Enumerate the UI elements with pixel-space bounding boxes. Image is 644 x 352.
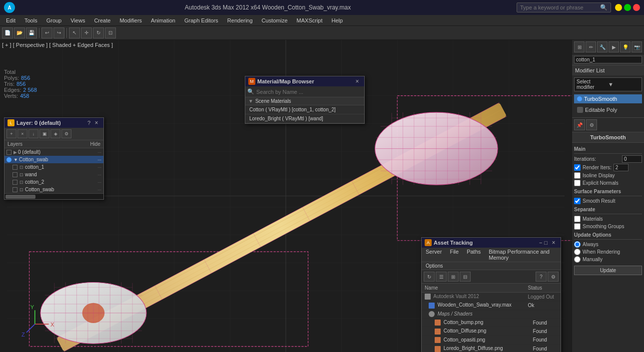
layer-item-cotton1[interactable]: ⊡ cotton_1 ··· — [4, 163, 103, 171]
ts-render-iters-check[interactable] — [574, 164, 581, 171]
at-row-cotton-opasiti[interactable]: Cotton_opasiti.png Found — [422, 336, 561, 344]
layer-item-wand[interactable]: ⊡ wand ··· — [4, 171, 103, 178]
layer-item-cotton-swab-sub[interactable]: ⊡ Cotton_swab ··· — [4, 186, 103, 193]
at-cell-maps-status — [525, 310, 561, 318]
at-btn-tree[interactable]: ⊟ — [460, 272, 471, 282]
ts-always-radio[interactable] — [574, 241, 581, 248]
at-menu-bitmap-perf[interactable]: Bitmap Performance and Memory — [485, 248, 561, 262]
ts-update-button[interactable]: Update — [574, 266, 642, 275]
at-row-cotton-bump[interactable]: Cotton_bump.png Found — [422, 319, 561, 327]
tb-scale[interactable]: ⊡ — [105, 27, 116, 38]
menu-customize[interactable]: Customize — [258, 16, 292, 24]
at-row-max-file[interactable]: Wooden_Cotton_Swab_vray.max Ok — [422, 301, 561, 310]
rt-btn-2[interactable]: ✏ — [586, 41, 596, 52]
ts-materials-check[interactable] — [574, 216, 581, 222]
at-row-maps[interactable]: Maps / Shaders — [422, 310, 561, 318]
layers-close-button[interactable]: × — [92, 119, 100, 126]
tb-save[interactable]: 💾 — [26, 27, 37, 38]
maximize-button[interactable] — [624, 4, 631, 11]
rt-btn-5[interactable]: 💡 — [620, 41, 631, 52]
material-browser-titlebar[interactable]: M Material/Map Browser × — [245, 76, 364, 86]
rt-btn-4[interactable]: ▶ — [609, 41, 619, 52]
material-browser-close[interactable]: × — [353, 78, 361, 85]
layers-delete-btn[interactable]: × — [17, 129, 27, 138]
layer-item-cotton2[interactable]: ⊡ cotton_2 ··· — [4, 178, 103, 186]
modifier-editable-poly[interactable]: Editable Poly — [574, 105, 642, 114]
mat-search-input[interactable] — [256, 89, 362, 95]
at-btn-refresh[interactable]: ↻ — [424, 272, 435, 282]
ts-manually-radio[interactable] — [574, 256, 581, 263]
menu-group[interactable]: Group — [42, 16, 66, 24]
asset-tracking-titlebar[interactable]: A Asset Tracking − □ × — [422, 238, 561, 248]
menu-graph-editors[interactable]: Graph Editors — [180, 16, 222, 24]
layers-scrollbar[interactable] — [4, 193, 103, 199]
rt-btn-1[interactable]: ⊞ — [574, 41, 585, 52]
menu-tools[interactable]: Tools — [20, 16, 41, 24]
asset-tracking-min[interactable]: − — [539, 240, 542, 246]
layer-expand-cotton-swab: ▼ — [13, 157, 18, 162]
object-name-input[interactable] — [574, 56, 642, 63]
layers-select-btn[interactable]: ▣ — [39, 129, 49, 138]
menu-animation[interactable]: Animation — [147, 16, 179, 24]
mat-item-cotton[interactable]: Cotton ( VRayMtl ) [cotton_1, cotton_2] — [245, 105, 364, 114]
layer-check-cotton1 — [12, 165, 17, 170]
ts-iterations-input[interactable] — [622, 155, 642, 163]
menu-rendering[interactable]: Rendering — [223, 16, 257, 24]
close-button[interactable] — [633, 4, 640, 11]
at-options-menu[interactable]: Options — [422, 262, 561, 270]
layer-icon-cotton2: ⊡ — [19, 180, 23, 185]
mat-item-loredo[interactable]: Loredo_Bright ( VRayMtl ) [wand] — [245, 114, 364, 123]
menu-views[interactable]: Views — [66, 16, 89, 24]
search-input[interactable] — [520, 4, 600, 10]
layer-item-default[interactable]: ▶ 0 (default) ··· — [4, 148, 103, 156]
layers-help-button[interactable]: ? — [87, 120, 90, 126]
rt-btn-6[interactable]: 📷 — [632, 41, 642, 52]
modifier-dropdown-label: Select modifier — [577, 79, 608, 90]
tb-open[interactable]: 📂 — [14, 27, 25, 38]
menu-maxscript[interactable]: MAXScript — [293, 16, 327, 24]
at-menu-server[interactable]: Server — [422, 248, 446, 262]
menu-modifiers[interactable]: Modifiers — [115, 16, 146, 24]
viewport[interactable]: Total Polys:856 Tris:856 Edges:2 568 Ver… — [0, 40, 572, 352]
tb-move[interactable]: ✛ — [81, 27, 92, 38]
layers-new-btn[interactable]: + — [6, 129, 16, 138]
ts-render-iters-input[interactable] — [614, 164, 629, 171]
at-row-loredo-diffuse[interactable]: Loredo_Bright_Diffuse.png Found — [422, 345, 561, 352]
asset-tracking-max[interactable]: □ — [544, 240, 548, 246]
rt-btn-3[interactable]: 🔧 — [597, 41, 608, 52]
ts-when-rendering-radio[interactable] — [574, 249, 581, 255]
minimize-button[interactable] — [615, 4, 622, 11]
layers-scroll-thumb[interactable] — [5, 195, 35, 199]
at-btn-settings[interactable]: ⚙ — [548, 272, 559, 282]
ms-btn-pin[interactable]: 📌 — [574, 119, 585, 130]
layers-panel-titlebar[interactable]: L Layer: 0 (default) ? × — [4, 118, 103, 128]
ts-smooth-result-check[interactable] — [574, 198, 581, 204]
tb-new[interactable]: 📄 — [2, 27, 13, 38]
menu-create[interactable]: Create — [90, 16, 114, 24]
tb-redo[interactable]: ↪ — [53, 27, 64, 38]
layer-item-cotton-swab[interactable]: ▼ Cotton_swab ··· — [4, 156, 103, 163]
menu-edit[interactable]: Edit — [2, 16, 19, 24]
at-row-vault[interactable]: Autodesk Vault 2012 Logged Out — [422, 293, 561, 301]
search-bar[interactable]: 🔍 — [517, 2, 611, 12]
at-btn-list[interactable]: ☰ — [436, 272, 447, 282]
layers-settings-btn[interactable]: ⚙ — [61, 129, 71, 138]
ms-btn-config[interactable]: ⚙ — [586, 119, 597, 130]
at-btn-help[interactable]: ? — [536, 272, 547, 282]
tb-select[interactable]: ↖ — [69, 27, 80, 38]
at-menu-file[interactable]: File — [446, 248, 463, 262]
ts-isoline-check[interactable] — [574, 172, 581, 179]
tb-undo[interactable]: ↩ — [41, 27, 52, 38]
tb-rotate[interactable]: ↻ — [93, 27, 104, 38]
modifier-turbosmooth[interactable]: TurboSmooth — [574, 94, 642, 103]
at-row-cotton-diffuse[interactable]: Cotton_Diffuse.png Found — [422, 327, 561, 336]
menu-help[interactable]: Help — [328, 16, 347, 24]
modifier-dropdown[interactable]: Select modifier ▼ — [574, 77, 642, 91]
at-menu-paths[interactable]: Paths — [463, 248, 485, 262]
layers-add-sel-btn[interactable]: ↓ — [28, 129, 38, 138]
ts-explicit-normals-check[interactable] — [574, 180, 581, 186]
ts-smoothing-groups-check[interactable] — [574, 223, 581, 230]
asset-tracking-close[interactable]: × — [550, 239, 558, 246]
layers-highlight-btn[interactable]: ◈ — [50, 129, 60, 138]
at-btn-grid[interactable]: ⊞ — [448, 272, 459, 282]
